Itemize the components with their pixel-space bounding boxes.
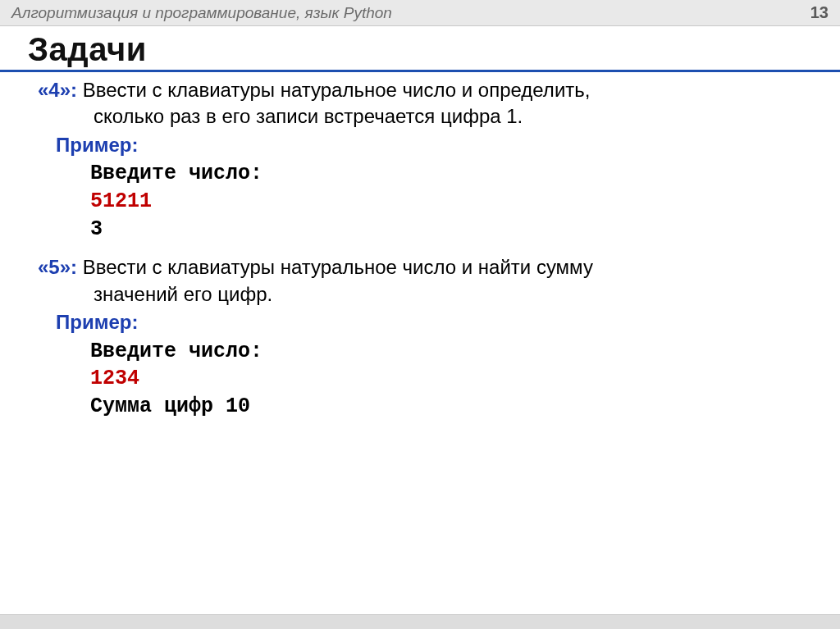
task-desc-line2: сколько раз в его записи встречается циф… — [38, 103, 807, 130]
example-code: Введите число: 1234 Сумма цифр 10 — [38, 338, 807, 421]
example-label: Пример: — [38, 132, 807, 158]
slide-content: Задачи «4»: Ввести с клавиатуры натураль… — [0, 26, 840, 614]
slide-body: «4»: Ввести с клавиатуры натуральное чис… — [0, 77, 840, 421]
task-first-line: «5»: Ввести с клавиатуры натуральное чис… — [38, 254, 807, 280]
code-output: 3 — [90, 217, 103, 241]
header-subject: Алгоритмизация и программирование, язык … — [11, 4, 392, 22]
code-prompt: Введите число: — [90, 340, 262, 363]
slide-header: Алгоритмизация и программирование, язык … — [0, 0, 840, 26]
example-label: Пример: — [38, 309, 807, 335]
task-block: «5»: Ввести с клавиатуры натуральное чис… — [38, 254, 807, 420]
task-desc-line1: Ввести с клавиатуры натуральное число и … — [83, 79, 591, 101]
task-block: «4»: Ввести с клавиатуры натуральное чис… — [38, 77, 807, 243]
example-code: Введите число: 51211 3 — [38, 160, 807, 243]
code-output: Сумма цифр 10 — [90, 394, 250, 418]
code-input: 1234 — [90, 367, 139, 390]
task-desc-line1: Ввести с клавиатуры натуральное число и … — [83, 256, 593, 278]
slide-title: Задачи — [0, 31, 840, 72]
slide-footer — [0, 614, 840, 629]
slide-page: Алгоритмизация и программирование, язык … — [0, 0, 840, 629]
task-grade: «4»: — [38, 79, 77, 101]
task-desc-line2: значений его цифр. — [38, 281, 807, 308]
code-prompt: Введите число: — [90, 162, 262, 185]
task-grade: «5»: — [38, 256, 77, 278]
code-input: 51211 — [90, 189, 152, 213]
page-number: 13 — [810, 3, 829, 22]
task-first-line: «4»: Ввести с клавиатуры натуральное чис… — [38, 77, 807, 103]
